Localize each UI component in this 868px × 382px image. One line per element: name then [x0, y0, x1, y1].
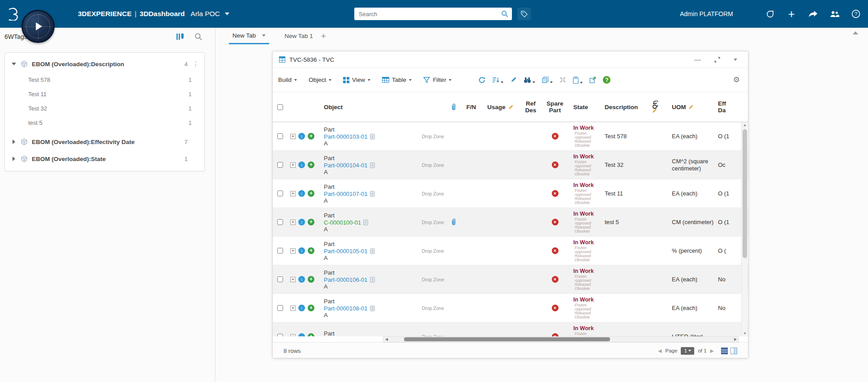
column-usage[interactable]: Usage	[481, 104, 519, 110]
drop-zone[interactable]: Drop Zone	[420, 191, 446, 196]
drop-zone[interactable]: Drop Zone	[420, 248, 446, 254]
structure-navigate-icon[interactable]: ↕	[298, 305, 305, 311]
disconnect-icon[interactable]	[559, 76, 566, 83]
part-link[interactable]: Part-0000104-01	[324, 162, 368, 169]
chevron-right-icon[interactable]	[11, 140, 17, 144]
sort-icon[interactable]	[492, 77, 503, 83]
next-page-icon[interactable]: ▶	[710, 348, 714, 354]
row-checkbox[interactable]	[277, 191, 283, 196]
row-checkbox[interactable]	[277, 219, 283, 225]
tag-group-state[interactable]: EBOM (Overloaded):State 1	[5, 150, 204, 167]
column-ref-des[interactable]: RefDes	[519, 100, 543, 114]
expand-icon[interactable]: +	[290, 191, 296, 196]
structure-navigate-icon[interactable]: ↕	[298, 276, 305, 283]
column-description[interactable]: Description	[600, 104, 642, 110]
add-part-icon[interactable]: +	[308, 133, 314, 140]
chevron-right-icon[interactable]	[11, 157, 17, 161]
expand-icon[interactable]: +	[290, 306, 296, 311]
vertical-scrollbar[interactable]: ▲ ▼	[741, 122, 748, 336]
structure-navigate-icon[interactable]: ↕	[298, 247, 305, 254]
add-part-icon[interactable]: +	[308, 247, 314, 254]
object-menu[interactable]: Object	[309, 76, 331, 83]
drop-zone[interactable]: Drop Zone	[420, 220, 446, 225]
column-attachment-icon[interactable]	[446, 103, 461, 111]
part-link[interactable]: Part-0000105-01	[324, 248, 368, 255]
notebook-icon[interactable]	[370, 248, 375, 254]
column-uom[interactable]: UOM	[666, 104, 716, 110]
table-menu[interactable]: Table	[382, 76, 412, 83]
edit-icon[interactable]	[510, 76, 517, 83]
tab-new-tab-1[interactable]: New Tab 1	[281, 28, 317, 44]
column-eff-date[interactable]: Eff Da	[716, 100, 734, 114]
collapse-tabbar-icon[interactable]	[853, 31, 858, 34]
attachment-paperclip-icon[interactable]	[451, 218, 457, 226]
horizontal-scrollbar[interactable]: ◀ ▶	[383, 336, 739, 342]
vertical-scroll-thumb[interactable]	[743, 129, 747, 258]
people-icon[interactable]	[829, 8, 840, 20]
row-checkbox[interactable]	[277, 133, 283, 139]
share-icon[interactable]	[807, 8, 819, 20]
column-state[interactable]: State	[567, 104, 600, 110]
refresh-icon[interactable]	[478, 76, 486, 84]
column-fn[interactable]: F/N	[461, 104, 481, 110]
user-name[interactable]: Admin PLATFORM	[680, 0, 733, 28]
structure-navigate-icon[interactable]: ↕	[298, 161, 305, 168]
3dswym-icon[interactable]	[764, 8, 776, 20]
add-part-icon[interactable]: +	[308, 161, 314, 168]
widget-menu-caret-icon[interactable]	[734, 59, 737, 61]
notebook-icon[interactable]	[370, 134, 375, 140]
part-link[interactable]: Part-0000103-01	[324, 133, 368, 140]
dashboard-context[interactable]: Arla POC	[191, 10, 220, 18]
column-spare-part[interactable]: SparePart	[543, 100, 567, 114]
drop-zone[interactable]: Drop Zone	[420, 162, 446, 168]
layers-icon[interactable]	[542, 76, 553, 83]
tag-item[interactable]: test 5 1	[5, 115, 204, 130]
add-part-icon[interactable]: +	[308, 276, 314, 283]
scroll-down-icon[interactable]: ▼	[742, 331, 748, 336]
column-object[interactable]: Object	[319, 104, 420, 110]
drop-zone[interactable]: Drop Zone	[420, 134, 446, 139]
notebook-icon[interactable]	[370, 277, 375, 283]
add-content-icon[interactable]: +	[786, 8, 797, 20]
expand-icon[interactable]: +	[290, 277, 296, 282]
notebook-icon[interactable]	[370, 162, 375, 168]
page-select[interactable]: 1	[681, 347, 694, 355]
tab-new-tab[interactable]: New Tab	[229, 28, 269, 44]
tag-item[interactable]: Test 578 1	[5, 72, 204, 87]
expand-icon[interactable]: +	[290, 162, 296, 168]
scroll-up-icon[interactable]: ▲	[742, 122, 748, 128]
notebook-icon[interactable]	[370, 191, 375, 197]
drop-zone[interactable]: Drop Zone	[420, 277, 446, 282]
add-part-icon[interactable]: +	[308, 333, 314, 336]
split-view-toggle-icon[interactable]	[730, 348, 737, 354]
6wtags-structure-icon[interactable]	[176, 32, 185, 41]
expand-icon[interactable]: +	[290, 134, 296, 139]
add-part-icon[interactable]: +	[308, 190, 314, 197]
settings-gear-icon[interactable]: ⚙	[733, 75, 740, 85]
expand-icon[interactable]: +	[290, 220, 296, 225]
tag-group-effectivity-date[interactable]: EBOM (Overloaded):Effectivity Date 7	[5, 133, 204, 150]
horizontal-scroll-thumb[interactable]	[404, 337, 610, 341]
flat-view-toggle-icon[interactable]	[721, 348, 728, 354]
column-qty[interactable]: Qty	[642, 101, 666, 113]
structure-navigate-icon[interactable]: ↕	[298, 333, 305, 336]
row-checkbox[interactable]	[277, 334, 283, 336]
chevron-down-icon[interactable]	[225, 13, 229, 15]
part-link[interactable]: Part-0000106-01	[324, 276, 368, 284]
tag-item[interactable]: Test 32 1	[5, 101, 204, 115]
scroll-left-icon[interactable]: ◀	[383, 337, 390, 342]
expand-icon[interactable]: +	[290, 248, 296, 254]
select-all-checkbox[interactable]	[277, 104, 283, 110]
help-icon[interactable]: ?	[850, 8, 862, 20]
notebook-icon[interactable]	[363, 220, 368, 225]
prev-page-icon[interactable]: ◀	[658, 348, 662, 354]
row-checkbox[interactable]	[277, 162, 283, 168]
minimize-icon[interactable]: —	[694, 57, 701, 62]
structure-navigate-icon[interactable]: ↕	[298, 190, 305, 197]
chevron-down-icon[interactable]	[11, 63, 17, 65]
structure-navigate-icon[interactable]: ↕	[298, 133, 305, 140]
tag-group-description[interactable]: EBOM (Overloaded):Description 4 ⋮	[5, 55, 204, 72]
scroll-right-icon[interactable]: ▶	[732, 337, 739, 342]
part-link[interactable]: Part-0000108-01	[324, 305, 368, 312]
clipboard-icon[interactable]	[573, 76, 583, 84]
